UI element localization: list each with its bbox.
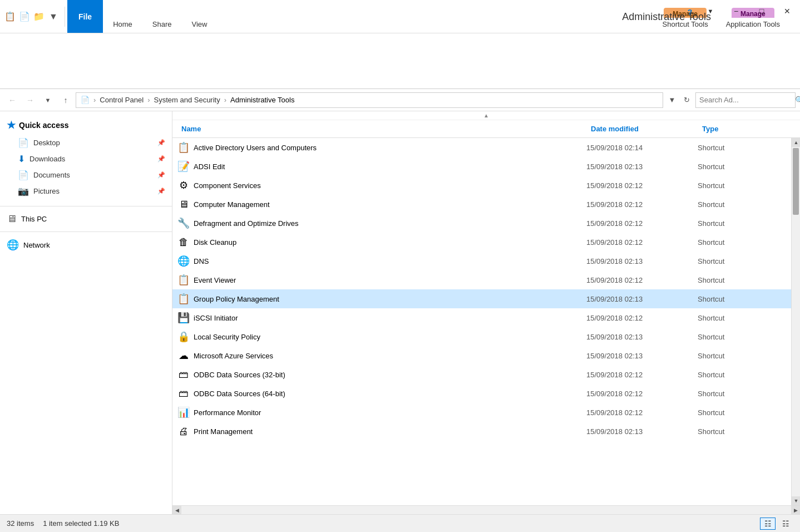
pin-icon-documents: 📌 xyxy=(157,171,165,179)
file-icon: 📝 xyxy=(177,160,190,173)
sep2: › xyxy=(147,96,150,104)
sidebar-item-network[interactable]: 🌐 Network xyxy=(0,234,172,255)
file-row[interactable]: 🗃 ODBC Data Sources (32-bit) 15/09/2018 … xyxy=(172,365,791,384)
file-type: Shortcut xyxy=(698,181,787,190)
file-icon: ⚙ xyxy=(177,179,190,192)
file-list: 📋 Active Directory Users and Computers 1… xyxy=(172,138,791,505)
file-date: 15/09/2018 02:12 xyxy=(586,371,698,379)
paste-icon[interactable]: 📄 xyxy=(19,11,30,22)
file-date: 15/09/2018 02:12 xyxy=(586,390,698,398)
file-date: 15/09/2018 02:12 xyxy=(586,181,698,190)
col-type-header[interactable]: Type xyxy=(698,122,787,135)
sidebar-item-this-pc[interactable]: 🖥 This PC xyxy=(0,209,172,229)
file-row[interactable]: 🖨 Print Management 15/09/2018 02:13 Shor… xyxy=(172,422,791,441)
refresh-btn[interactable]: ↻ xyxy=(680,93,693,107)
up-btn[interactable]: ↑ xyxy=(58,92,73,108)
file-icon: 📊 xyxy=(177,406,190,419)
file-row[interactable]: ⚙ Component Services 15/09/2018 02:12 Sh… xyxy=(172,176,791,195)
help-btn[interactable]: ? xyxy=(682,1,698,23)
search-input[interactable] xyxy=(699,96,793,104)
file-type: Shortcut xyxy=(698,371,787,379)
file-name: ADSI Edit xyxy=(194,162,586,171)
nav-dropdown-btn[interactable]: ▼ xyxy=(40,92,56,108)
sep3: › xyxy=(224,96,226,104)
view-icons-btn[interactable]: ☷ xyxy=(778,518,793,530)
maximize-btn[interactable]: □ xyxy=(749,0,774,22)
view-tab[interactable]: View xyxy=(182,15,218,33)
file-icon: ☁ xyxy=(177,349,190,362)
address-end-btns: ▼ ↻ xyxy=(665,93,693,107)
scrollbar-thumb[interactable] xyxy=(793,148,799,215)
search-icon[interactable]: 🔍 xyxy=(795,96,800,105)
sidebar-item-downloads[interactable]: ⬇ Downloads 📌 xyxy=(0,151,172,167)
file-name: Group Policy Management xyxy=(194,295,586,303)
file-row[interactable]: 📋 Group Policy Management 15/09/2018 02:… xyxy=(172,289,791,308)
file-row[interactable]: ☁ Microsoft Azure Services 15/09/2018 02… xyxy=(172,346,791,365)
scrollbar-up-btn[interactable]: ▲ xyxy=(792,138,800,147)
documents-label: Documents xyxy=(33,171,70,179)
file-row[interactable]: 🗃 ODBC Data Sources (64-bit) 15/09/2018 … xyxy=(172,384,791,403)
back-btn[interactable]: ← xyxy=(4,92,20,108)
close-btn[interactable]: ✕ xyxy=(774,0,800,22)
file-name: Event Viewer xyxy=(194,276,586,284)
file-type: Shortcut xyxy=(698,408,787,417)
file-row[interactable]: 🗑 Disk Cleanup 15/09/2018 02:12 Shortcut xyxy=(172,233,791,252)
sidebar-item-desktop[interactable]: 📄 Desktop 📌 xyxy=(0,135,172,151)
quick-access-header[interactable]: ★ Quick access xyxy=(0,116,172,135)
file-row[interactable]: 📊 Performance Monitor 15/09/2018 02:12 S… xyxy=(172,403,791,422)
file-type: Shortcut xyxy=(698,314,787,322)
network-icon: 🌐 xyxy=(7,239,19,251)
dropdown-icon[interactable]: ▼ xyxy=(48,11,59,22)
file-date: 15/09/2018 02:12 xyxy=(586,200,698,209)
minimize-btn[interactable]: − xyxy=(723,0,749,22)
file-type: Shortcut xyxy=(698,390,787,398)
forward-btn[interactable]: → xyxy=(22,92,38,108)
view-details-btn[interactable]: ☷ xyxy=(760,518,776,530)
network-label: Network xyxy=(23,241,50,249)
file-tab[interactable]: File xyxy=(67,0,103,33)
file-row[interactable]: 📝 ADSI Edit 15/09/2018 02:13 Shortcut xyxy=(172,157,791,176)
breadcrumb-control-panel: Control Panel xyxy=(100,96,144,104)
breadcrumb-home-icon: 📄 xyxy=(81,96,90,104)
file-row[interactable]: 💾 iSCSI Initiator 15/09/2018 02:12 Short… xyxy=(172,308,791,327)
sidebar-divider-1 xyxy=(0,206,172,206)
file-type: Shortcut xyxy=(698,257,787,265)
scrollbar-down-btn[interactable]: ▼ xyxy=(792,496,800,505)
col-name-header[interactable]: Name xyxy=(177,122,586,135)
address-bar[interactable]: 📄 › Control Panel › System and Security … xyxy=(76,92,663,108)
sidebar-item-pictures[interactable]: 📷 Pictures 📌 xyxy=(0,183,172,199)
ribbon-collapse-btn[interactable]: ▼ xyxy=(698,0,723,22)
file-type: Shortcut xyxy=(698,352,787,360)
copy-icon[interactable]: 📋 xyxy=(4,11,16,22)
col-date-header[interactable]: Date modified xyxy=(586,122,698,135)
home-tab[interactable]: Home xyxy=(103,15,142,33)
file-name: DNS xyxy=(194,257,586,265)
pin-icon-downloads: 📌 xyxy=(157,155,165,162)
sidebar-item-documents[interactable]: 📄 Documents 📌 xyxy=(0,167,172,183)
file-row[interactable]: 📋 Active Directory Users and Computers 1… xyxy=(172,138,791,157)
file-row[interactable]: 📋 Event Viewer 15/09/2018 02:12 Shortcut xyxy=(172,270,791,289)
address-dropdown-btn[interactable]: ▼ xyxy=(665,93,679,107)
status-bar: 32 items 1 item selected 1.19 KB ☷ ☷ xyxy=(0,514,800,532)
file-type: Shortcut xyxy=(698,333,787,341)
new-folder-icon[interactable]: 📁 xyxy=(33,11,45,22)
file-type: Shortcut xyxy=(698,219,787,228)
h-scroll-right-btn[interactable]: ▶ xyxy=(791,506,800,515)
selected-info: 1 item selected 1.19 KB xyxy=(43,519,119,528)
h-scroll-track[interactable] xyxy=(181,506,791,514)
share-tab[interactable]: Share xyxy=(142,15,182,33)
scrollbar-track[interactable]: ▲ ▼ xyxy=(791,138,800,505)
file-icon: 🔒 xyxy=(177,330,190,343)
file-row[interactable]: 🖥 Computer Management 15/09/2018 02:12 S… xyxy=(172,195,791,214)
file-row[interactable]: 🔧 Defragment and Optimize Drives 15/09/2… xyxy=(172,214,791,233)
file-type: Shortcut xyxy=(698,427,787,436)
file-date: 15/09/2018 02:13 xyxy=(586,257,698,265)
file-row[interactable]: 🌐 DNS 15/09/2018 02:13 Shortcut xyxy=(172,252,791,270)
separator xyxy=(65,7,65,27)
collapse-bar[interactable]: ▲ xyxy=(172,111,800,120)
sidebar: ★ Quick access 📄 Desktop 📌 ⬇ Downloads 📌… xyxy=(0,111,172,514)
pin-icon-desktop: 📌 xyxy=(157,139,165,146)
file-icon: 📋 xyxy=(177,273,190,287)
file-row[interactable]: 🔒 Local Security Policy 15/09/2018 02:13… xyxy=(172,327,791,346)
h-scroll-left-btn[interactable]: ◀ xyxy=(172,506,181,515)
